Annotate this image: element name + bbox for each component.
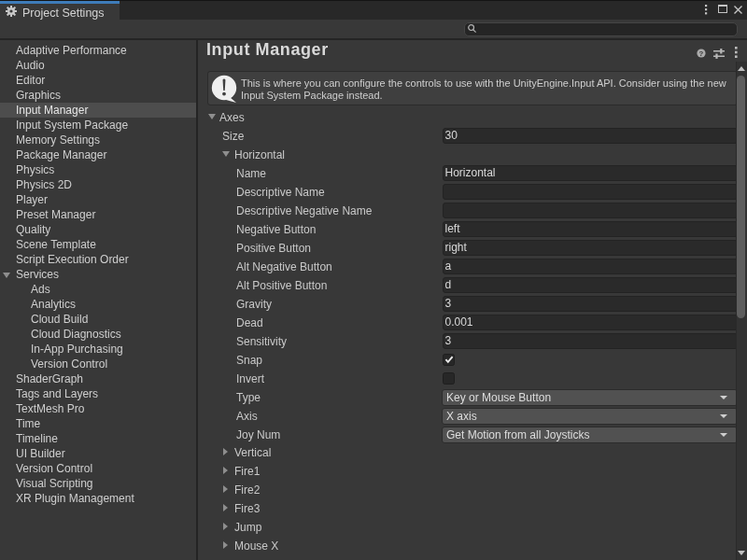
svg-text:?: ? [699,49,704,58]
